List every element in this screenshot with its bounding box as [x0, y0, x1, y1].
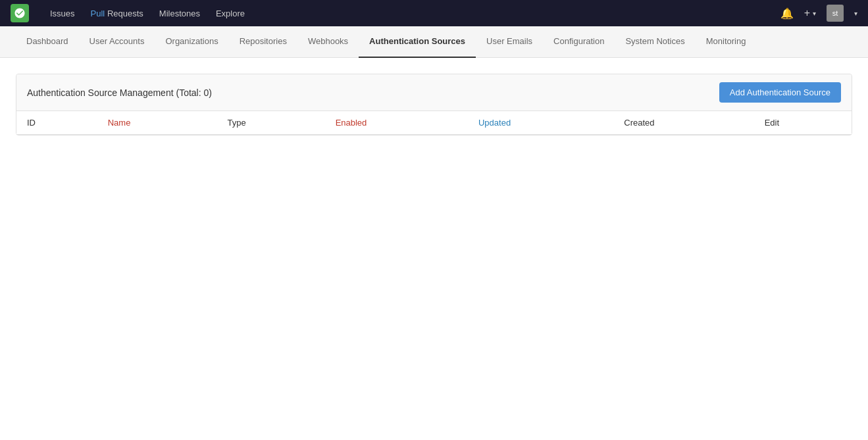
nav-explore[interactable]: Explore [216, 9, 245, 18]
admin-nav-monitoring[interactable]: Monitoring [696, 26, 757, 58]
add-authentication-source-button[interactable]: Add Authentication Source [719, 82, 841, 103]
admin-nav-dashboard[interactable]: Dashboard [16, 26, 79, 58]
user-avatar[interactable]: st [827, 5, 844, 22]
admin-nav-repositories[interactable]: Repositories [229, 26, 297, 58]
auth-sources-panel: Authentication Source Management (Total:… [16, 74, 852, 135]
top-navbar: Issues Pull Requests Milestones Explore … [0, 0, 868, 26]
panel-header: Authentication Source Management (Total:… [16, 74, 852, 111]
table-header-row: ID Name Type Enabled Updated Created Edi… [16, 111, 852, 135]
col-header-type: Type [217, 111, 325, 135]
admin-nav-configuration[interactable]: Configuration [543, 26, 615, 58]
top-nav-right: 🔔 + ▾ st ▾ [780, 5, 857, 22]
create-dropdown-arrow: ▾ [813, 10, 816, 17]
admin-nav-user-emails[interactable]: User Emails [476, 26, 543, 58]
col-header-id: ID [16, 111, 97, 135]
create-button[interactable]: + ▾ [804, 7, 816, 19]
col-header-enabled: Enabled [325, 111, 468, 135]
admin-nav-webhooks[interactable]: Webhooks [297, 26, 359, 58]
main-content: Authentication Source Management (Total:… [0, 58, 868, 151]
col-header-name: Name [97, 111, 217, 135]
nav-milestones[interactable]: Milestones [159, 9, 200, 18]
logo-icon [11, 4, 29, 22]
notifications-button[interactable]: 🔔 [780, 7, 794, 20]
bell-icon: 🔔 [780, 7, 794, 20]
admin-navbar: Dashboard User Accounts Organizations Re… [0, 26, 868, 58]
admin-nav-user-accounts[interactable]: User Accounts [79, 26, 155, 58]
nav-issues[interactable]: Issues [50, 9, 75, 18]
user-dropdown-arrow[interactable]: ▾ [854, 10, 857, 17]
col-header-updated: Updated [468, 111, 613, 135]
nav-pull-requests[interactable]: Pull Requests [91, 9, 143, 18]
admin-nav-authentication-sources[interactable]: Authentication Sources [359, 26, 476, 58]
admin-nav-system-notices[interactable]: System Notices [615, 26, 695, 58]
col-header-created: Created [613, 111, 753, 135]
logo[interactable] [11, 4, 29, 22]
col-header-edit: Edit [754, 111, 852, 135]
avatar-label: st [832, 9, 838, 17]
plus-icon: + [804, 7, 810, 19]
panel-title: Authentication Source Management (Total:… [27, 87, 212, 98]
admin-nav-organizations[interactable]: Organizations [155, 26, 228, 58]
auth-sources-table: ID Name Type Enabled Updated Created Edi… [16, 111, 852, 135]
